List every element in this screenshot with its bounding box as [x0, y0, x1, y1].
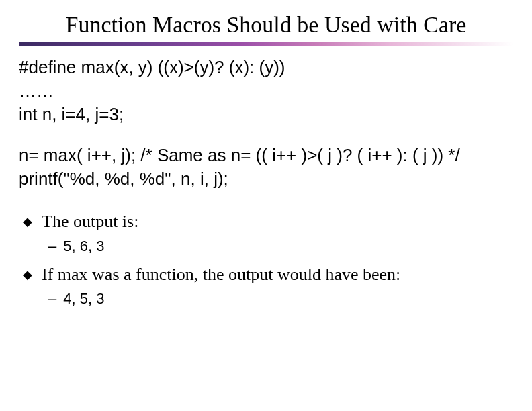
bullet-level2: – 4, 5, 3: [48, 289, 513, 309]
diamond-icon: ◆: [23, 267, 32, 283]
dash-icon: –: [48, 289, 56, 309]
bullet-level1: ◆ If max was a function, the output woul…: [19, 263, 513, 286]
bullet-level2: – 5, 6, 3: [48, 236, 513, 257]
code-line: printf("%d, %d, %d", n, i, j);: [19, 167, 513, 191]
bullet-text: 4, 5, 3: [63, 289, 104, 309]
divider-gradient: [19, 42, 513, 46]
diamond-icon: ◆: [23, 214, 32, 230]
code-line: ……: [19, 79, 513, 103]
bullet-text: If max was a function, the output would …: [42, 263, 400, 286]
code-line: int n, i=4, j=3;: [19, 103, 513, 126]
code-line: #define max(x, y) ((x)>(y)? (x): (y)): [19, 56, 513, 79]
bullet-text: 5, 6, 3: [63, 236, 104, 257]
code-line: n= max( i++, j); /* Same as n= (( i++ )>…: [19, 144, 513, 167]
bullet-level1: ◆ The output is:: [19, 210, 513, 233]
slide-title: Function Macros Should be Used with Care: [19, 12, 513, 38]
bullet-list: ◆ The output is: – 5, 6, 3 ◆ If max was …: [19, 210, 513, 309]
slide: Function Macros Should be Used with Care…: [0, 0, 532, 411]
code-block: #define max(x, y) ((x)>(y)? (x): (y)) ………: [19, 56, 513, 191]
bullet-text: The output is:: [42, 210, 138, 233]
dash-icon: –: [48, 236, 56, 257]
